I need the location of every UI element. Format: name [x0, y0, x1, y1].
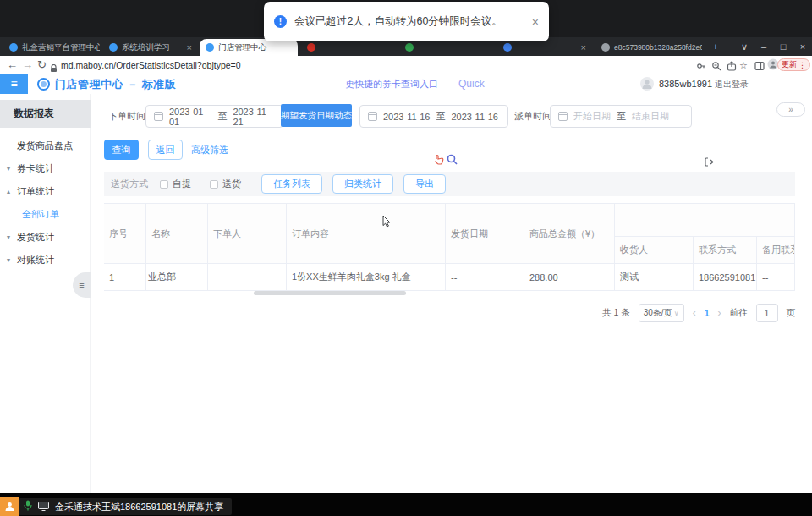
dispatch-time-label: 派单时间 — [514, 105, 551, 128]
username-text: 8385wb1991 — [659, 74, 712, 94]
tab-label: 系统培训学习 — [122, 42, 170, 53]
horizontal-scrollbar[interactable] — [254, 291, 406, 295]
col-header-index: 序号 — [104, 204, 146, 263]
tab-close-icon[interactable]: × — [187, 42, 192, 52]
notification-close-icon[interactable]: × — [532, 15, 539, 29]
tab-close-icon[interactable]: × — [581, 42, 586, 52]
sidebar-item-shipping-stats[interactable]: ▾ 发货统计 — [0, 226, 91, 249]
quick-coupon-entry-link[interactable]: 更快捷的券卡查询入口 — [345, 74, 438, 94]
sidebar-item-label: 订单统计 — [17, 180, 54, 203]
prev-page-button[interactable]: ‹ — [693, 307, 696, 319]
browser-tab-giftbox[interactable]: 礼盒营销平台管理中心 × — [3, 39, 100, 56]
chevron-down-icon: ▾ — [7, 249, 10, 272]
screen-share-bar: 金禾通技术王斌18662591081的屏幕共享 — [0, 493, 812, 516]
window-close-button[interactable]: × — [794, 38, 811, 55]
back-icon[interactable]: ← — [7, 56, 18, 74]
meeting-notification: ! 会议已超过2人，自动转为60分钟限时会议。 × — [264, 2, 549, 41]
site-favicon — [307, 43, 315, 52]
share-icon[interactable] — [727, 59, 737, 74]
site-favicon — [503, 43, 512, 52]
dispatch-time-range-input[interactable]: 开始日期 至 结束日期 — [550, 105, 692, 128]
pickup-checkbox[interactable] — [160, 180, 168, 189]
sidebar-item-order-stats[interactable]: ▴ 订单统计 — [0, 180, 91, 203]
reload-icon[interactable]: ↻ — [37, 56, 47, 74]
side-panel-icon[interactable] — [754, 59, 765, 74]
window-maximize-button[interactable]: □ — [775, 38, 792, 55]
quick-label[interactable]: Quick — [458, 74, 485, 94]
sidebar-item-label: 发货商品盘点 — [17, 134, 73, 157]
participant-icon[interactable] — [0, 497, 19, 516]
browser-tab-6[interactable]: × — [497, 39, 592, 56]
row-cell-receiver: 测试 — [615, 263, 694, 291]
bookmark-star-icon[interactable]: ☆ — [739, 56, 748, 74]
export-button[interactable]: 导出 — [403, 174, 446, 194]
zoom-icon[interactable] — [711, 59, 721, 74]
pickup-label[interactable]: 自提 — [173, 178, 191, 190]
password-key-icon[interactable] — [696, 59, 706, 74]
forward-icon[interactable]: → — [22, 56, 33, 74]
kebab-menu-icon[interactable]: ⋮ — [798, 61, 806, 69]
search-button[interactable]: 查询 — [104, 140, 139, 160]
tab-label: 门店管理中心 — [218, 42, 266, 53]
chrome-update-button[interactable]: 更新 ⋮ — [777, 58, 810, 71]
sidebar-item-coupon-stats[interactable]: ▾ 券卡统计 — [0, 157, 91, 180]
col-header-ship-date: 发货日期 — [446, 204, 524, 263]
delivery-method-label: 送货方式 — [111, 178, 148, 190]
classify-stats-button[interactable]: 归类统计 — [332, 174, 393, 194]
site-favicon — [405, 43, 414, 52]
site-favicon — [109, 43, 118, 52]
calendar-icon — [368, 112, 377, 121]
page-size-select[interactable]: 30条/页 ∨ — [639, 304, 684, 322]
order-time-label: 下单时间 — [108, 105, 145, 128]
sidebar-item-shipment-inventory[interactable]: 发货商品盘点 — [0, 134, 91, 157]
app-title: 门店管理中心 － 标准版 — [55, 74, 176, 94]
browser-tab-store-admin[interactable]: 门店管理中心 — [200, 39, 298, 56]
browser-tab-5[interactable] — [399, 39, 494, 56]
delivery-toolbar: 送货方式 自提 送货 任务列表 归类统计 导出 — [104, 172, 795, 196]
row-cell-orderer — [208, 263, 287, 291]
chevron-down-icon: ▾ — [7, 157, 10, 180]
sidebar-item-label: 对账统计 — [17, 249, 54, 272]
sidebar-item-reconciliation-stats[interactable]: ▾ 对账统计 — [0, 249, 91, 272]
task-list-button[interactable]: 任务列表 — [261, 174, 322, 194]
order-time-range-input[interactable]: 2023-01-01 至 2023-11-21 — [145, 105, 283, 128]
hamburger-menu-button[interactable]: ≡ — [0, 74, 28, 94]
site-favicon — [206, 43, 214, 52]
quick-search-icon[interactable] — [447, 153, 458, 168]
col-header-order-content: 订单内容 — [287, 204, 446, 263]
sidebar-item-all-orders[interactable]: 全部订单 — [0, 203, 91, 226]
chevron-down-icon: ▾ — [7, 226, 10, 249]
next-page-button[interactable]: › — [718, 307, 721, 319]
tab-label: 礼盒营销平台管理中心 — [22, 42, 100, 53]
delivery-label[interactable]: 送货 — [222, 178, 241, 190]
sidebar-collapse-handle[interactable]: ≡ — [73, 272, 91, 298]
expected-ship-date-range-input[interactable]: 2023-11-16 至 2023-11-16 — [359, 105, 508, 128]
delivery-checkbox[interactable] — [210, 180, 218, 189]
logout-link[interactable]: 退出登录 — [715, 74, 749, 94]
date-start: 2023-01-01 — [169, 107, 211, 127]
total-count: 共 1 条 — [602, 307, 630, 319]
logout-icon[interactable] — [705, 155, 714, 170]
address-bar[interactable]: md.maboy.cn/OrderStatisticsDetail?objtyp… — [61, 56, 241, 74]
row-cell-contact: 18662591081 — [694, 263, 757, 291]
mouse-cursor — [382, 215, 392, 231]
back-button[interactable]: 返回 — [148, 140, 183, 160]
browser-tab-hash[interactable]: e8c573980b1328a258fd2e6i8 × — [595, 39, 702, 56]
tab-search-icon[interactable]: ∨ — [736, 38, 753, 55]
current-page[interactable]: 1 — [705, 308, 710, 318]
share-status-text: 金禾通技术王斌18662591081的屏幕共享 — [55, 501, 223, 513]
browser-tab-training[interactable]: 系统培训学习 × — [103, 39, 198, 56]
row-cell-amount: 288.00 — [524, 263, 615, 291]
app-header: ≡ 门店管理中心 － 标准版 更快捷的券卡查询入口 Quick 8385wb19… — [0, 74, 812, 94]
date-end: 2023-11-21 — [233, 107, 275, 127]
advanced-filter-link[interactable]: 高级筛选 — [191, 144, 228, 156]
microphone-icon — [24, 499, 32, 514]
expand-filters-button[interactable]: » — [776, 102, 805, 117]
window-minimize-button[interactable]: – — [755, 38, 772, 55]
pagination: 共 1 条 30条/页 ∨ ‹ 1 › 前往 页 — [429, 303, 795, 323]
goto-page-input[interactable] — [756, 304, 778, 322]
browser-tab-4[interactable] — [301, 39, 396, 56]
new-tab-button[interactable]: + — [707, 38, 724, 55]
calendar-icon — [558, 112, 568, 121]
col-header-amount: 商品总金额（¥） — [524, 204, 615, 263]
